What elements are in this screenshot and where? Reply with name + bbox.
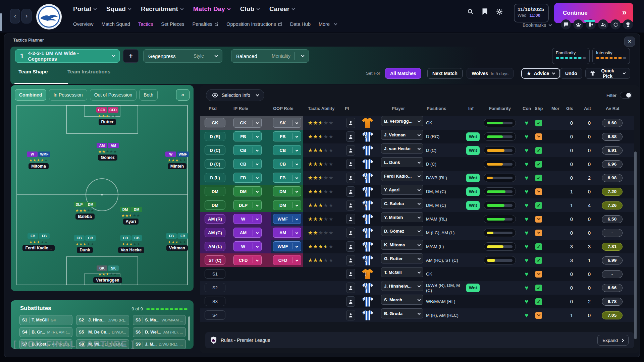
player-instructions-button[interactable] xyxy=(346,310,355,320)
oop-role-dropdown[interactable]: CFD xyxy=(273,255,301,265)
main-nav-club[interactable]: Club xyxy=(240,5,259,13)
history-forward-button[interactable]: › xyxy=(21,9,32,23)
player-dropdown[interactable]: T. McGill xyxy=(381,267,423,277)
ip-role-dropdown[interactable]: CFD xyxy=(233,255,262,265)
substitute-slot-s2[interactable]: S2J. Hins...D/WB (R),... xyxy=(76,315,129,325)
oop-role-dropdown[interactable]: FB xyxy=(273,131,301,141)
ip-role-dropdown[interactable]: DM xyxy=(233,186,262,196)
pitch-player-ferdikadio[interactable]: 24FBFB★★★★★★Ferdi Kadio... xyxy=(18,233,59,252)
player-instructions-button[interactable] xyxy=(346,131,355,142)
pkd-pill[interactable]: D (C) xyxy=(205,145,225,155)
player-instructions-button[interactable] xyxy=(346,214,355,224)
pkd-pill[interactable]: DM xyxy=(205,200,225,210)
oop-role-dropdown[interactable]: DM xyxy=(273,186,301,196)
set-for-all-matches-button[interactable]: All Matches xyxy=(385,68,421,79)
substitutes-scrollbar[interactable] xyxy=(188,316,190,341)
ip-role-dropdown[interactable]: AM xyxy=(233,228,262,238)
pkd-pill[interactable]: ST (C) xyxy=(205,255,225,265)
pitch-player-mitoma[interactable]: 22WWMF★★★★★★Mitoma xyxy=(18,151,59,171)
sub-nav-opposition-instructions[interactable]: Opposition Instructions xyxy=(226,21,282,27)
player-dropdown[interactable]: Ferdi Kadıo... xyxy=(381,171,423,181)
add-tactic-button[interactable]: + xyxy=(123,49,139,63)
pkd-pill[interactable]: S2 xyxy=(205,283,225,292)
undo-button[interactable]: Undo xyxy=(560,68,582,79)
pitch-player-dunk[interactable]: 5CBCB★★★★★Dunk xyxy=(65,235,105,254)
pkd-pill[interactable]: AM (R) xyxy=(205,214,225,224)
agent-icon[interactable] xyxy=(573,19,583,29)
gear-icon[interactable] xyxy=(496,8,503,15)
pkd-pill[interactable]: DM xyxy=(205,187,225,196)
pitch-player-minteh[interactable]: 11WWMF★★★★★Minteh xyxy=(157,151,197,171)
table-row-bverbrugg[interactable]: GKGKSK★★★★★★1B. Verbrugg...GK♥✓006.60 xyxy=(200,116,634,130)
mentality-dropdown[interactable]: Balanced Mentality xyxy=(231,49,309,63)
table-row-kmitoma[interactable]: AM (L)WWMF★★★★★★22K. MitomaM/AM (L)♥✓337… xyxy=(200,240,634,253)
ip-role-dropdown[interactable]: DLP xyxy=(233,200,262,210)
table-row-ferdikado[interactable]: D (L)FBFB★★★★★★24Ferdi Kadıo...D/WB (RL)… xyxy=(200,171,634,185)
main-nav-squad[interactable]: Squad xyxy=(106,5,131,13)
scouting-icon[interactable] xyxy=(598,19,608,29)
game-date-widget[interactable]: 11/10/2025 Wed 11:00 xyxy=(514,4,549,22)
oop-role-dropdown[interactable]: SK xyxy=(273,118,301,128)
player-dropdown[interactable]: C. Baleba xyxy=(381,198,423,208)
substitute-slot-s6[interactable]: S6D. Wel...AM (RL), ... xyxy=(133,327,186,337)
sub-nav-more[interactable]: More xyxy=(319,21,337,27)
player-instructions-button[interactable] xyxy=(346,283,355,293)
pkd-pill[interactable]: D (C) xyxy=(205,159,225,169)
formation-dropdown[interactable]: 1 4-2-3-1 DM AM Wide - Gegenpress xyxy=(15,49,120,63)
table-row-dgmez[interactable]: AM (C)AMAM★★★★★25D. GómezM (LC), AM (L)♥… xyxy=(200,226,634,240)
filter-toggle[interactable] xyxy=(620,92,632,99)
pkd-pill[interactable]: S1 xyxy=(205,269,225,279)
player-instructions-button[interactable] xyxy=(346,255,355,265)
pitch-player-ayari[interactable]: 26DMDM★★★★★★Ayari xyxy=(111,206,151,226)
close-icon[interactable]: × xyxy=(624,37,635,47)
substitute-slot-s3[interactable]: S3S. Ma...WB/M/AM ... xyxy=(133,315,186,325)
style-dropdown[interactable]: Gegenpress Style xyxy=(143,49,222,63)
sync-icon[interactable] xyxy=(610,19,621,29)
table-row-tmcgill[interactable]: S138T. McGillGK♥00- xyxy=(200,267,634,281)
player-instructions-button[interactable] xyxy=(346,145,355,156)
player-dropdown[interactable]: J. van Hecke xyxy=(381,143,423,154)
table-row-bgruda[interactable]: S48B. GrudaM (R), AM (RLC)♥107.05 xyxy=(200,308,634,322)
pitch-player-veltman[interactable]: 34FBFB★★★★★★Veltman xyxy=(157,233,197,252)
sub-nav-tactics[interactable]: Tactics xyxy=(138,21,153,27)
search-icon[interactable] xyxy=(467,8,474,15)
main-nav-career[interactable]: Career xyxy=(269,5,294,13)
main-nav-match-day[interactable]: Match Day xyxy=(193,5,230,13)
ip-role-dropdown[interactable]: FB xyxy=(233,173,262,183)
player-instructions-button[interactable] xyxy=(346,200,355,210)
substitute-slot-s5[interactable]: S5M. De Cu...D/WB/... xyxy=(76,327,129,337)
pkd-pill[interactable]: AM (L) xyxy=(205,242,225,251)
pitch-filter-both[interactable]: Both xyxy=(139,89,158,101)
substitute-slot-s9[interactable]: S9J. M...D/WB (RL), ... xyxy=(133,339,186,349)
set-for-next-match-button[interactable]: Next Match xyxy=(427,68,463,79)
bookmark-icon[interactable] xyxy=(482,8,488,15)
player-instructions-button[interactable] xyxy=(346,296,355,307)
player-dropdown[interactable]: Y. Ayari xyxy=(381,185,423,195)
oop-role-dropdown[interactable]: WMF xyxy=(273,241,301,251)
table-row-grutter[interactable]: ST (C)CFDCFD★★★★★10G. RutterAM (RC), ST … xyxy=(200,253,634,267)
oop-role-dropdown[interactable]: AM xyxy=(273,228,301,238)
player-dropdown[interactable]: J. Hinshelw... xyxy=(381,281,423,291)
player-dropdown[interactable]: B. Gruda xyxy=(381,308,423,318)
pkd-pill[interactable]: D (R) xyxy=(205,132,225,141)
player-dropdown[interactable]: L. Dunk xyxy=(381,157,423,167)
oop-role-dropdown[interactable]: FB xyxy=(273,173,301,183)
pitch-player-rutter[interactable]: 10CFDCFD★★★★★Rutter xyxy=(87,107,127,126)
player-instructions-button[interactable] xyxy=(346,186,355,197)
sub-nav-match-squad[interactable]: Match Squad xyxy=(101,21,130,27)
player-instructions-button[interactable] xyxy=(346,118,355,128)
ip-role-dropdown[interactable]: W xyxy=(233,214,262,224)
pitch-player-baleba[interactable]: 17DLPDM★★★★★Baleba xyxy=(65,201,105,221)
table-row-jhinshelw[interactable]: S213J. Hinshelw...D/WB (R), DM, M (C)Wnt… xyxy=(200,281,634,295)
sub-nav-data-hub[interactable]: Data Hub xyxy=(290,21,311,27)
pitch-player-verbruggen[interactable]: 1GKSK★★★★★★Verbruggen xyxy=(88,265,128,285)
ip-role-dropdown[interactable]: W xyxy=(233,241,262,251)
player-dropdown[interactable]: J. Veltman xyxy=(381,130,423,140)
player-instructions-button[interactable] xyxy=(346,159,355,169)
player-instructions-button[interactable] xyxy=(346,228,355,238)
oop-role-dropdown[interactable]: CB xyxy=(273,145,301,155)
pkd-pill[interactable]: S4 xyxy=(205,310,225,320)
club-crest-brighton[interactable] xyxy=(36,3,62,30)
main-nav-portal[interactable]: Portal xyxy=(73,5,96,13)
tab-team-instructions[interactable]: Team Instructions xyxy=(67,69,110,74)
